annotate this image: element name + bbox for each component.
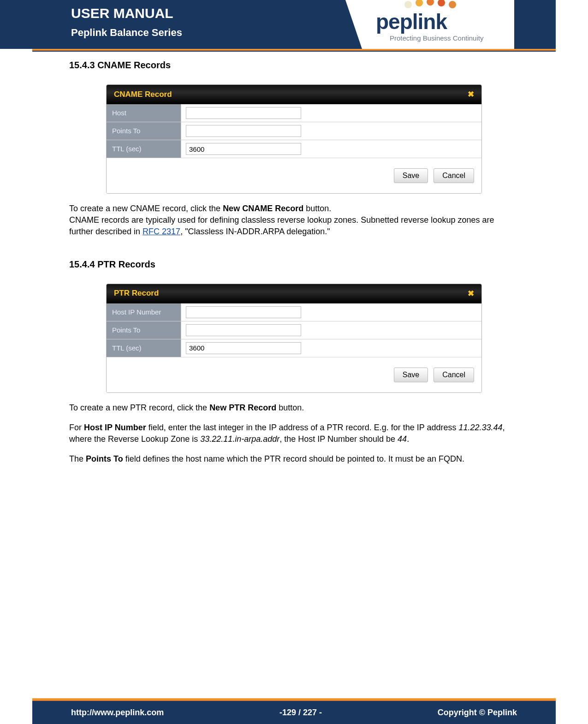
header-right-gap (556, 0, 588, 49)
cname-ttl-input[interactable] (186, 143, 301, 155)
cname-text-2b: , "Classless IN-ADDR.ARPA delegation." (180, 227, 330, 236)
cname-pointsto-input[interactable] (186, 125, 301, 137)
footer-right-gap (556, 698, 588, 724)
cname-text-1: To create a new CNAME record, click the … (69, 203, 519, 238)
ptr-record-panel: PTR Record ✖ Host IP Number Points To TT… (106, 284, 482, 393)
ptr-t2b: Host IP Number (84, 423, 146, 432)
ptr-text-2: For Host IP Number field, enter the last… (69, 422, 519, 445)
cname-panel-header: CNAME Record ✖ (107, 85, 481, 104)
ptr-t1a: To create a new PTR record, click the (69, 403, 209, 412)
ptr-pointsto-label: Points To (107, 321, 181, 339)
header: USER MANUAL Peplink Balance Series pepli… (32, 0, 556, 49)
ptr-t3c: field defines the host name which the PT… (123, 454, 464, 463)
cname-pointsto-label: Points To (107, 122, 181, 140)
manual-subtitle: Peplink Balance Series (71, 27, 182, 39)
ptr-t2g: , the Host IP Number should be (279, 434, 398, 444)
logo-text-post: link (412, 10, 447, 34)
ptr-ttl-label: TTL (sec) (107, 339, 181, 357)
close-icon[interactable]: ✖ (468, 89, 474, 99)
ptr-ttl-input[interactable] (186, 342, 301, 354)
cname-ttl-label: TTL (sec) (107, 140, 181, 158)
ptr-heading: 15.4.4 PTR Records (69, 259, 519, 270)
ptr-panel-title: PTR Record (114, 289, 159, 298)
ptr-t1c: button. (276, 403, 304, 412)
ptr-t3a: The (69, 454, 86, 463)
footer-copyright: Copyright © Peplink (438, 708, 517, 718)
ptr-hostip-input[interactable] (186, 306, 301, 318)
ptr-t2f: 33.22.11.in-arpa.addr (200, 434, 279, 444)
ptr-hostip-label: Host IP Number (107, 303, 181, 321)
footer-left-gap (0, 698, 32, 724)
cancel-button[interactable]: Cancel (434, 368, 474, 382)
rfc-2317-link[interactable]: RFC 2317 (143, 227, 180, 236)
close-icon[interactable]: ✖ (468, 289, 474, 298)
ptr-t2d: 11.22.33.44 (458, 423, 502, 432)
ptr-panel-header: PTR Record ✖ (107, 284, 481, 303)
footer-bar: http://www.peplink.com -129 / 227 - Copy… (32, 701, 556, 724)
cancel-button[interactable]: Cancel (434, 168, 474, 183)
ptr-pointsto-input[interactable] (186, 324, 301, 336)
ptr-text-1: To create a new PTR record, click the Ne… (69, 402, 519, 414)
logo-text-pre: pep (376, 10, 412, 34)
save-button[interactable]: Save (394, 168, 428, 183)
ptr-t1b: New PTR Record (209, 403, 276, 412)
header-blue-rule (32, 51, 556, 52)
ptr-t2a: For (69, 423, 84, 432)
ptr-t2h: 44 (398, 434, 407, 444)
ptr-t2c: field, enter the last integer in the IP … (146, 423, 459, 432)
manual-title: USER MANUAL (71, 6, 173, 21)
cname-text-1b: New CNAME Record (223, 204, 303, 213)
cname-host-label: Host (107, 104, 181, 122)
cname-host-input[interactable] (186, 107, 301, 119)
cname-panel-title: CNAME Record (114, 90, 172, 99)
logo-tagline: Protecting Business Continuity (390, 34, 483, 42)
cname-heading: 15.4.3 CNAME Records (69, 60, 519, 71)
cname-text-1a: To create a new CNAME record, click the (69, 204, 223, 213)
ptr-t2i: . (407, 434, 409, 444)
ptr-text-3: The Points To field defines the host nam… (69, 453, 519, 465)
header-left-stripe (0, 0, 32, 49)
footer-page: -129 / 227 - (279, 708, 322, 718)
logo-dots-icon (404, 1, 456, 8)
footer-url: http://www.peplink.com (71, 708, 164, 718)
ptr-t3b: Points To (86, 454, 123, 463)
logo-text: peplink (376, 9, 447, 34)
cname-record-panel: CNAME Record ✖ Host Points To TTL (sec) (106, 84, 482, 194)
save-button[interactable]: Save (394, 368, 428, 382)
brand-logo: peplink Protecting Business Continuity (362, 0, 514, 49)
cname-text-1c: button. (303, 204, 331, 213)
